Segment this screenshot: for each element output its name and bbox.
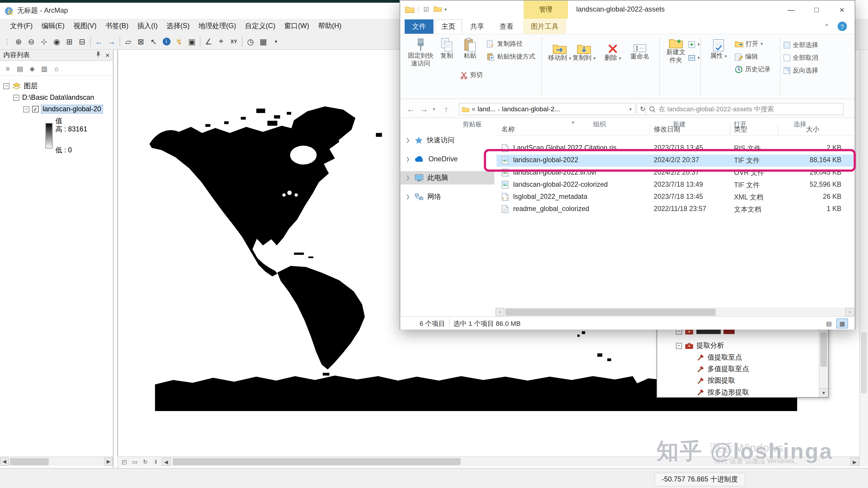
map-vertical-scrollbar[interactable] (859, 50, 868, 466)
paste-shortcut-button[interactable]: 粘贴快捷方式 (487, 53, 535, 61)
clear-selection-icon[interactable]: ⊠ (134, 35, 147, 48)
list-by-selection-icon[interactable]: ▥ (39, 63, 50, 74)
toolbox-clipped-row-bottom[interactable] (697, 395, 736, 397)
easy-access-button[interactable]: ▾ (688, 54, 700, 61)
fixed-zoom-out-icon[interactable]: ⊟ (76, 35, 88, 48)
menu-view[interactable]: 视图(V) (69, 20, 101, 32)
menu-window[interactable]: 窗口(W) (280, 20, 313, 32)
tool-extract-by-circle[interactable]: 按圆提取 (697, 375, 735, 386)
html-popup-icon[interactable]: ▣ (185, 35, 198, 48)
minimize-icon[interactable]: — (778, 1, 804, 19)
tab-view[interactable]: 查看 (492, 20, 521, 34)
new-folder-button[interactable]: 新建文件夹 (664, 37, 688, 64)
column-size[interactable]: 大小 (806, 124, 819, 134)
breadcrumb-current[interactable]: landscan-global-2... (502, 105, 560, 113)
pan-icon[interactable]: ⊹ (37, 35, 50, 48)
refresh-view-icon[interactable]: ↻ (141, 458, 150, 466)
full-extent-icon[interactable]: ◉ (50, 35, 63, 48)
go-back-icon[interactable]: ← (93, 35, 105, 48)
invert-selection-button[interactable]: 反向选择 (783, 66, 818, 75)
chevron-right-icon[interactable]: ❯ (406, 156, 410, 162)
rename-button[interactable]: 重命名 (626, 43, 654, 61)
tool-extract-multi-values-to-points[interactable]: 多值提取至点 (697, 364, 749, 374)
identify-icon[interactable]: i (160, 35, 173, 48)
toolbar-options-icon[interactable]: ▾ (270, 35, 282, 48)
tab-share[interactable]: 共享 (463, 20, 491, 34)
toolbar-grip[interactable]: ⋮ (4, 37, 10, 45)
select-elements-icon[interactable]: ↖ (147, 35, 160, 48)
select-features-icon[interactable]: ▱ (122, 35, 134, 48)
file-list-horizontal-scrollbar[interactable]: ‹ › (495, 308, 854, 316)
toc-horizontal-scrollbar[interactable]: ◀ ▶ (0, 456, 113, 466)
zoom-in-icon[interactable]: ⊕ (12, 35, 25, 48)
scroll-right-icon[interactable]: › (845, 308, 854, 316)
list-by-drawing-order-icon[interactable]: ≡ (2, 63, 13, 74)
sidebar-item-onedrive[interactable]: ❯ OneDrive (400, 152, 494, 166)
recent-locations-icon[interactable]: ▾ (430, 103, 438, 115)
scroll-thumb[interactable] (505, 308, 716, 315)
pause-drawing-icon[interactable]: ‖ (151, 458, 161, 466)
collapse-ribbon-icon[interactable]: ^ (826, 23, 828, 29)
copy-path-button[interactable]: 复制路径 (487, 40, 523, 48)
maximize-icon[interactable]: □ (804, 1, 829, 19)
tab-home[interactable]: 主页 (434, 20, 462, 34)
viewer-window-icon[interactable]: ▦ (257, 35, 270, 48)
scroll-right-icon[interactable]: ▶ (104, 457, 113, 465)
select-all-button[interactable]: 全部选择 (783, 41, 818, 50)
menu-help[interactable]: 帮助(H) (313, 20, 346, 32)
close-icon[interactable]: × (105, 51, 110, 59)
qat-new-folder-icon[interactable] (434, 6, 442, 12)
measure-icon[interactable]: ∠ (202, 35, 215, 48)
toolset-extraction[interactable]: − 提取分析 (676, 340, 724, 351)
scroll-down-icon[interactable]: ▼ (819, 388, 828, 397)
edit-button[interactable]: 编辑 (735, 53, 758, 61)
tool-extract-values-to-points[interactable]: 值提取至点 (697, 352, 742, 363)
collapse-icon[interactable]: − (23, 106, 30, 112)
go-to-xy-icon[interactable]: XY (227, 35, 240, 48)
layer-visibility-checkbox[interactable]: ✓ (32, 106, 39, 112)
file-row[interactable]: readme_global_colorized 2022/11/18 23:57… (497, 203, 853, 216)
large-icons-view-icon[interactable]: ▦ (836, 318, 848, 328)
scroll-thumb[interactable] (820, 332, 827, 367)
scroll-thumb[interactable] (861, 332, 867, 393)
file-row[interactable]: landscan-global-2022-colorized 2023/7/18… (497, 179, 853, 191)
collapse-icon[interactable]: − (13, 94, 20, 101)
address-dropdown-icon[interactable]: ▾ (629, 107, 635, 112)
qat-customize-icon[interactable]: ▾ (444, 7, 447, 12)
chevron-right-icon[interactable]: ❯ (406, 175, 410, 180)
qat-properties-icon[interactable]: ☑ (424, 6, 429, 13)
chevron-right-icon[interactable]: ❯ (406, 137, 410, 143)
scroll-right-icon[interactable]: ▶ (850, 458, 859, 466)
toc-options-icon[interactable]: ⌂ (51, 63, 62, 74)
new-item-button[interactable]: ▾ (688, 41, 700, 48)
menu-geoprocessing[interactable]: 地理处理(G) (194, 20, 241, 32)
menu-edit[interactable]: 编辑(E) (37, 20, 69, 32)
open-button[interactable]: 打开 ▾ (735, 40, 763, 48)
column-type[interactable]: 类型 (734, 124, 747, 134)
delete-button[interactable]: 删除 ▾ (601, 43, 625, 62)
toolbox-scrollbar[interactable]: ▼ (818, 319, 828, 397)
search-input[interactable]: 在 landscan-global-2022-assets 中搜索 (646, 103, 844, 115)
fixed-zoom-in-icon[interactable]: ⊞ (63, 35, 76, 48)
column-date[interactable]: 修改日期 (654, 124, 681, 134)
forward-icon[interactable]: → (418, 103, 430, 115)
breadcrumb-parent[interactable]: land... (477, 105, 496, 113)
scroll-thumb[interactable] (10, 458, 49, 465)
file-row[interactable]: lsglobal_2022_metadata 2023/7/18 13:45 X… (497, 191, 853, 203)
sidebar-item-this-pc[interactable]: ❯ 此电脑 (400, 171, 494, 184)
history-button[interactable]: 历史记录 (735, 65, 771, 74)
data-view-icon[interactable]: ◰ (120, 458, 129, 466)
sidebar-item-quick-access[interactable]: ❯ 快速访问 (400, 134, 494, 147)
pin-icon[interactable] (96, 51, 101, 59)
time-slider-icon[interactable]: ◷ (244, 35, 257, 48)
zoom-out-icon[interactable]: ⊖ (25, 35, 37, 48)
toc-item-layers[interactable]: − 图层 (3, 81, 37, 91)
details-view-icon[interactable]: ▤ (823, 318, 835, 328)
move-to-button[interactable]: 移动到 ▾ (548, 43, 572, 62)
breadcrumb-overflow-icon[interactable]: « (472, 105, 475, 113)
tab-picture-tools[interactable]: 图片工具 (523, 20, 566, 34)
scroll-thumb[interactable] (173, 458, 461, 465)
select-none-button[interactable]: 全部取消 (783, 54, 818, 62)
back-icon[interactable]: ← (405, 103, 417, 115)
paste-button[interactable]: 粘贴 (459, 37, 481, 59)
